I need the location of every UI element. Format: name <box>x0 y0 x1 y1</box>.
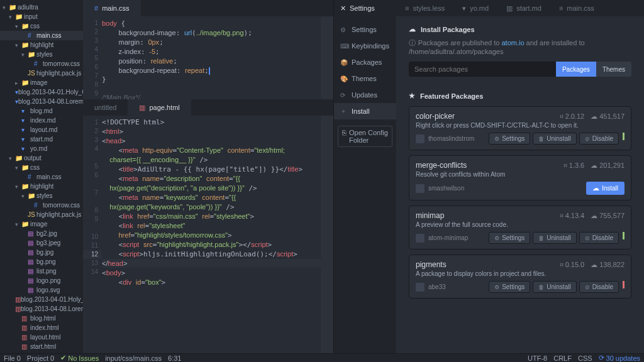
tree-item[interactable]: #tomorrow.css <box>0 59 83 69</box>
install-button[interactable]: ☁Install <box>586 182 625 195</box>
html-icon: ▥ <box>21 334 30 341</box>
open-config-folder-button[interactable]: ⎘ Open Config Folder <box>338 126 392 147</box>
tree-item[interactable]: ▤list.png <box>0 266 83 276</box>
file-tree-sidebar: ▾📁adiultra▾📁input▾📁css#main.css▾📁highlig… <box>0 0 83 353</box>
tree-item[interactable]: ▥start.html <box>0 342 83 351</box>
tree-item[interactable]: #main.css <box>0 172 83 182</box>
settings-button[interactable]: ⚙Settings <box>489 281 530 293</box>
pane-tab[interactable]: ≡styles.less <box>396 0 453 16</box>
tree-item[interactable]: ▤logo.png <box>0 276 83 285</box>
menu-label: Settings <box>352 26 377 33</box>
uninstall-button[interactable]: 🗑Uninstall <box>533 133 576 145</box>
tree-item[interactable]: ▾blog.md <box>0 106 83 116</box>
atom-io-link[interactable]: atom.io <box>501 39 524 47</box>
status-path: input/css/main.css <box>105 354 162 362</box>
tree-item[interactable]: ▥index.html <box>0 323 83 332</box>
block-icon: ⊘ <box>585 136 590 142</box>
tree-item[interactable]: ▾start.md <box>0 134 83 144</box>
settings-menu-packages[interactable]: 📦Packages <box>334 54 396 70</box>
tree-item[interactable]: ▾blog.2013-04-08.Lorem_I.. <box>0 97 83 106</box>
tree-item[interactable]: #tomorrow.css <box>0 200 83 210</box>
status-updates[interactable]: ⟳ 30 updates <box>599 354 640 362</box>
tree-item[interactable]: ▾📁image <box>0 219 83 229</box>
package-author[interactable]: abe33 <box>428 283 446 290</box>
tree-item[interactable]: ▾yo.md <box>0 144 83 153</box>
status-language[interactable]: CSS <box>578 354 592 362</box>
tree-item[interactable]: ▾📁css <box>0 21 83 31</box>
status-eol[interactable]: CRLF <box>553 354 572 362</box>
package-name[interactable]: pigments <box>416 260 447 269</box>
tree-item[interactable]: ▤bg.png <box>0 257 83 266</box>
tree-item[interactable]: ▾📁styles <box>0 50 83 59</box>
tree-item[interactable]: ▾📁css <box>0 163 83 172</box>
tree-item[interactable]: ▸📁image <box>0 78 83 87</box>
tree-item[interactable]: JShighlight.pack.js <box>0 69 83 78</box>
settings-button[interactable]: ⚙Settings <box>489 232 530 244</box>
settings-menu-updates[interactable]: ⟳Updates <box>334 87 396 103</box>
packages-filter-button[interactable]: Packages <box>556 62 596 77</box>
editor-bottom[interactable]: 1234567891011121314 <!DOCTYPE html> <htm… <box>83 116 333 353</box>
disable-button[interactable]: ⊘Disable <box>579 281 619 293</box>
tree-item[interactable]: ▾blog.2013-04-01.Holy_Gr.. <box>0 87 83 97</box>
tree-item[interactable]: ▤bg2.jpg <box>0 229 83 238</box>
settings-tab[interactable]: ✕ Settings <box>334 0 396 16</box>
status-project[interactable]: Project 0 <box>27 354 54 362</box>
pane-tab[interactable]: ≡main.css <box>550 0 603 16</box>
package-name[interactable]: merge-conflicts <box>416 161 467 170</box>
minimap[interactable] <box>321 16 333 99</box>
folder-icon: 📁 <box>21 79 30 86</box>
tab-page-html[interactable]: ▥ page.html <box>128 99 191 116</box>
settings-button[interactable]: ⚙Settings <box>489 133 530 145</box>
tree-item[interactable]: ▥blog.html <box>0 314 83 323</box>
md-icon: ▾ <box>21 107 30 114</box>
pane-tab[interactable]: ▥start.md <box>497 0 550 16</box>
settings-menu-keybindings[interactable]: ⌨Keybindings <box>334 38 396 54</box>
tree-item[interactable]: ▾layout.md <box>0 125 83 134</box>
disable-button[interactable]: ⊘Disable <box>579 133 619 145</box>
tree-item[interactable]: ▥layout.html <box>0 332 83 342</box>
disable-button[interactable]: ⊘Disable <box>579 232 619 244</box>
chevron-icon: ▾ <box>15 165 21 171</box>
minimap[interactable] <box>321 116 333 353</box>
settings-menu-settings[interactable]: ⚙Settings <box>334 21 396 38</box>
tree-item[interactable]: JShighlight.pack.js <box>0 210 83 219</box>
tab-main-css[interactable]: # main.css <box>83 0 141 16</box>
tree-item[interactable]: ▾📁input <box>0 12 83 21</box>
uninstall-button[interactable]: 🗑Uninstall <box>533 232 576 244</box>
status-file[interactable]: File 0 <box>4 354 21 362</box>
pane-tab[interactable]: ▾yo.md <box>453 0 497 16</box>
folder-icon: 📁 <box>21 183 30 190</box>
package-description: A package to display colors in project a… <box>416 270 625 277</box>
status-issues[interactable]: ✔ No Issues <box>60 354 99 362</box>
tree-item[interactable]: ▥blog.2013-04-01.Holy_Gr.. <box>0 295 83 304</box>
package-name[interactable]: minimap <box>416 211 444 220</box>
tree-item[interactable]: ▾📁styles <box>0 191 83 200</box>
themes-filter-button[interactable]: Themes <box>596 62 631 77</box>
package-author[interactable]: atom-minimap <box>428 234 468 241</box>
tree-item[interactable]: ▾📁highlight <box>0 182 83 191</box>
tree-item[interactable]: ▾📁highlight <box>0 40 83 50</box>
status-cursor-pos[interactable]: 6:31 <box>168 354 181 362</box>
settings-menu-themes[interactable]: 🎨Themes <box>334 70 396 87</box>
package-author[interactable]: thomaslindstrom <box>428 135 474 142</box>
pane-tab-label: styles.less <box>413 4 445 12</box>
settings-menu-install[interactable]: ＋Install <box>334 103 396 119</box>
search-input[interactable] <box>409 62 556 77</box>
tree-item[interactable]: ▤bg3.jpeg <box>0 238 83 248</box>
tree-item[interactable]: #main.css <box>0 31 83 40</box>
tree-item[interactable]: ▾📁adiultra <box>0 3 83 12</box>
package-name[interactable]: color-picker <box>416 112 455 121</box>
uninstall-button[interactable]: 🗑Uninstall <box>533 281 576 293</box>
tree-item[interactable]: ▥page.html <box>0 351 83 353</box>
editor-top[interactable]: 1234567891011121314151617 body { backgro… <box>83 16 333 99</box>
tree-item[interactable]: ▾📁output <box>0 153 83 163</box>
tree-item[interactable]: ▤logo.svg <box>0 285 83 295</box>
tree-item-label: styles <box>36 51 53 58</box>
status-encoding[interactable]: UTF-8 <box>528 354 547 362</box>
tab-untitled[interactable]: untitled <box>83 99 128 116</box>
tree-item[interactable]: ▾index.md <box>0 116 83 125</box>
tree-item[interactable]: ▥blog.2013-04-08.Lorem_I.. <box>0 304 83 314</box>
package-author[interactable]: smashwilson <box>428 185 464 192</box>
tree-item[interactable]: ▤bg.jpg <box>0 248 83 257</box>
tree-item-label: main.css <box>36 32 61 39</box>
